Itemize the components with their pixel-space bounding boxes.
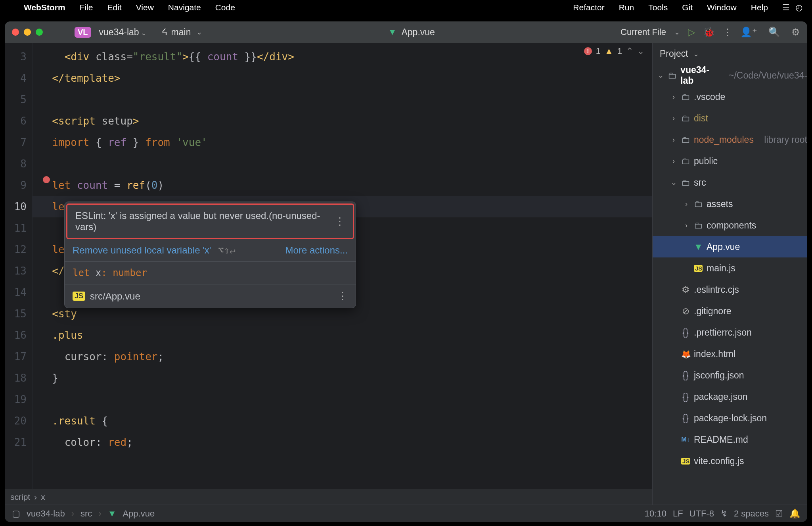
cursor-position[interactable]: 10:10 [645, 509, 666, 519]
clock-icon[interactable]: ◴ [795, 3, 802, 12]
run-config-dropdown[interactable]: Current File⌄ [620, 27, 680, 37]
breadcrumb-item[interactable]: script [10, 492, 30, 502]
readonly-toggle-icon[interactable]: ↯ [720, 509, 728, 519]
menu-edit[interactable]: Edit [107, 3, 121, 12]
tree-node[interactable]: .prettierrc.json [653, 322, 807, 343]
tree-node[interactable]: package.json [653, 386, 807, 407]
project-tool-window: Project⌄ ⌄vue34-lab ~/Code/Vue/vue34-›.v… [653, 43, 807, 505]
tree-node[interactable]: jsconfig.json [653, 365, 807, 386]
nav-bar-icon[interactable]: ▢ [12, 509, 20, 519]
inspection-widget[interactable]: ! 1 ▲ 1 ⌃ ⌄ [584, 46, 644, 56]
error-count: 1 [596, 46, 601, 56]
quickfix-action[interactable]: Remove unused local variable 'x' [73, 245, 211, 256]
type-info: let x: number [65, 262, 356, 284]
tree-node[interactable]: ⌄src [653, 172, 807, 193]
menu-refactor[interactable]: Refactor [573, 3, 604, 12]
tree-node[interactable]: package-lock.json [653, 407, 807, 429]
notifications-icon[interactable]: 🔔 [789, 509, 800, 519]
settings-icon[interactable]: ⚙ [791, 27, 800, 38]
more-actions-icon[interactable]: ⋮ [723, 27, 732, 38]
line-gutter[interactable]: 3456789101112131415161718192021 [5, 43, 33, 489]
tree-node[interactable]: App.vue [653, 236, 807, 257]
git-branch-dropdown[interactable]: ᔦ main⌄ [162, 27, 203, 38]
inspection-popup: ESLint: 'x' is assigned a value but neve… [64, 202, 356, 308]
menu-window[interactable]: Window [707, 3, 737, 12]
warning-icon: ▲ [605, 46, 613, 56]
breadcrumb-item[interactable]: x [41, 492, 45, 502]
error-icon: ! [584, 47, 592, 55]
menu-code[interactable]: Code [215, 3, 235, 12]
editor-pane: 3456789101112131415161718192021 <div cla… [5, 43, 653, 505]
menu-tools[interactable]: Tools [648, 3, 668, 12]
menu-navigate[interactable]: Navigate [168, 3, 201, 12]
shortcut-hint: ⌥⇧↵ [218, 245, 235, 256]
tree-node[interactable]: .gitignore [653, 300, 807, 322]
window-controls [12, 29, 43, 36]
vue-icon: ▼ [108, 509, 117, 519]
navbar-item[interactable]: src [80, 509, 92, 519]
inspection-profile-icon[interactable]: ☑ [775, 509, 783, 519]
project-panel-header[interactable]: Project⌄ [653, 43, 807, 65]
tree-node[interactable]: ›node_modules library root [653, 129, 807, 150]
js-icon: JS [73, 292, 85, 301]
tree-node[interactable]: .eslintrc.cjs [653, 279, 807, 300]
menu-help[interactable]: Help [751, 3, 768, 12]
tree-node[interactable]: JSvite.config.js [653, 450, 807, 472]
navbar-item[interactable]: vue34-lab [27, 509, 65, 519]
tree-node[interactable]: ›components [653, 215, 807, 236]
warning-count: 1 [617, 46, 622, 56]
search-icon[interactable]: 🔍 [768, 27, 780, 38]
tree-node[interactable]: ›.vscode [653, 86, 807, 108]
more-actions-link[interactable]: More actions... [285, 245, 348, 256]
macos-menubar: WebStorm File Edit View Navigate Code Re… [0, 0, 812, 15]
editor-breadcrumb[interactable]: script › x [5, 489, 652, 505]
branch-icon: ᔦ [162, 27, 167, 38]
navbar-item[interactable]: App.vue [123, 509, 155, 519]
prev-highlight-button[interactable]: ⌃ [626, 46, 633, 56]
vue-icon: ▼ [388, 27, 397, 37]
zoom-window-button[interactable] [36, 29, 43, 36]
titlebar: VL vue34-lab⌄ ᔦ main⌄ ▼ App.vue Current … [5, 21, 807, 43]
project-tree[interactable]: ⌄vue34-lab ~/Code/Vue/vue34-›.vscode›dis… [653, 65, 807, 505]
project-badge[interactable]: VL [75, 27, 91, 38]
close-window-button[interactable] [12, 29, 19, 36]
eslint-message: ESLint: 'x' is assigned a value but neve… [75, 210, 335, 232]
tree-node[interactable]: ›assets [653, 193, 807, 215]
indent-settings[interactable]: 2 spaces [734, 509, 769, 519]
status-bar: ▢ vue34-lab› src› ▼ App.vue 10:10 LF UTF… [5, 505, 807, 522]
menu-git[interactable]: Git [682, 3, 693, 12]
tree-node[interactable]: JSmain.js [653, 257, 807, 279]
tree-node[interactable]: ›public [653, 150, 807, 172]
menu-run[interactable]: Run [619, 3, 634, 12]
popup-menu-icon[interactable]: ⋮ [335, 215, 345, 228]
project-dropdown[interactable]: vue34-lab⌄ [99, 27, 147, 38]
run-button[interactable]: ▷ [688, 27, 695, 38]
tree-node[interactable]: index.html [653, 343, 807, 365]
popup-more-icon[interactable]: ⋮ [337, 290, 348, 302]
line-separator[interactable]: LF [673, 509, 683, 519]
menu-view[interactable]: View [136, 3, 154, 12]
file-encoding[interactable]: UTF-8 [689, 509, 714, 519]
tree-node[interactable]: M↓README.md [653, 429, 807, 450]
debug-button[interactable]: 🐞 [703, 27, 715, 38]
ide-window: VL vue34-lab⌄ ᔦ main⌄ ▼ App.vue Current … [5, 21, 807, 522]
active-file-tab[interactable]: App.vue [401, 27, 435, 38]
control-center-icon[interactable]: ☰ [782, 3, 790, 12]
code-with-me-icon[interactable]: 👤⁺ [740, 27, 757, 38]
next-highlight-button[interactable]: ⌄ [637, 46, 644, 56]
menu-file[interactable]: File [80, 3, 93, 12]
popup-file-path: src/App.vue [90, 291, 140, 302]
app-name[interactable]: WebStorm [24, 3, 65, 12]
tree-node[interactable]: ›dist [653, 108, 807, 129]
minimize-window-button[interactable] [24, 29, 31, 36]
